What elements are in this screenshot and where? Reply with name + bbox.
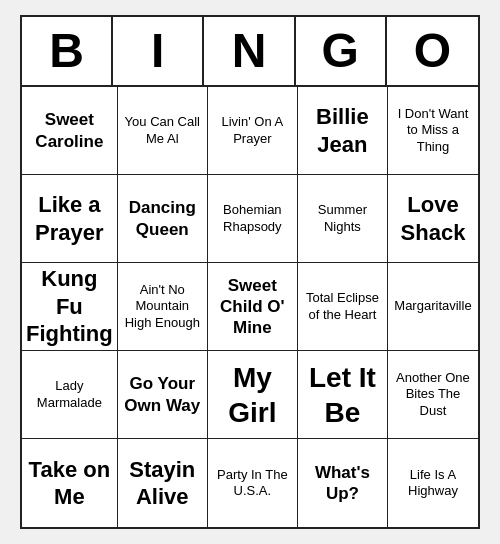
bingo-cell-11: Ain't No Mountain High Enough <box>118 263 208 351</box>
bingo-cell-21: Stayin Alive <box>118 439 208 527</box>
bingo-cell-23: What's Up? <box>298 439 388 527</box>
bingo-letter-o: O <box>387 17 478 85</box>
bingo-cell-6: Dancing Queen <box>118 175 208 263</box>
bingo-letter-n: N <box>204 17 295 85</box>
bingo-cell-4: I Don't Want to Miss a Thing <box>388 87 478 175</box>
bingo-cell-14: Margaritaville <box>388 263 478 351</box>
bingo-cell-10: Kung Fu Fighting <box>22 263 118 351</box>
bingo-cell-8: Summer Nights <box>298 175 388 263</box>
bingo-cell-22: Party In The U.S.A. <box>208 439 298 527</box>
bingo-cell-2: Livin' On A Prayer <box>208 87 298 175</box>
bingo-cell-7: Bohemian Rhapsody <box>208 175 298 263</box>
bingo-card: BINGO Sweet CarolineYou Can Call Me AlLi… <box>20 15 480 529</box>
bingo-header: BINGO <box>22 17 478 87</box>
bingo-cell-5: Like a Prayer <box>22 175 118 263</box>
bingo-cell-0: Sweet Caroline <box>22 87 118 175</box>
bingo-cell-19: Another One Bites The Dust <box>388 351 478 439</box>
bingo-cell-9: Love Shack <box>388 175 478 263</box>
bingo-cell-15: Lady Marmalade <box>22 351 118 439</box>
bingo-cell-16: Go Your Own Way <box>118 351 208 439</box>
bingo-cell-3: Billie Jean <box>298 87 388 175</box>
bingo-letter-g: G <box>296 17 387 85</box>
bingo-cell-24: Life Is A Highway <box>388 439 478 527</box>
bingo-cell-12: Sweet Child O' Mine <box>208 263 298 351</box>
bingo-cell-17: My Girl <box>208 351 298 439</box>
bingo-grid: Sweet CarolineYou Can Call Me AlLivin' O… <box>22 87 478 527</box>
bingo-cell-1: You Can Call Me Al <box>118 87 208 175</box>
bingo-cell-13: Total Eclipse of the Heart <box>298 263 388 351</box>
bingo-cell-18: Let It Be <box>298 351 388 439</box>
bingo-cell-20: Take on Me <box>22 439 118 527</box>
bingo-letter-b: B <box>22 17 113 85</box>
bingo-letter-i: I <box>113 17 204 85</box>
